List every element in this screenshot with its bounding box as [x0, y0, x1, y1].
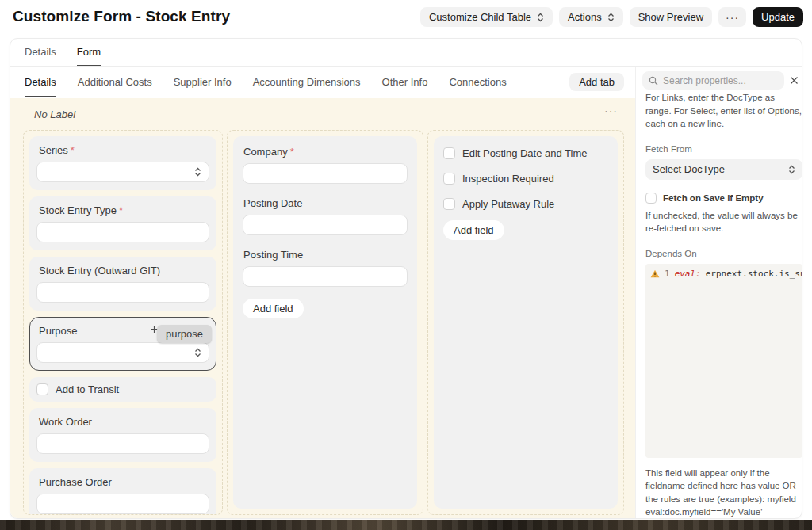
update-label: Update: [761, 11, 795, 23]
field-label: Stock Entry Type*: [36, 203, 209, 216]
field-work-order[interactable]: Work Order: [29, 408, 216, 462]
apply-putaway-rule-checkbox[interactable]: [443, 198, 455, 210]
edit-posting-date-time-checkbox[interactable]: [443, 147, 455, 159]
add-field-button[interactable]: Add field: [243, 299, 304, 318]
fetch-from-value: Select DocType: [653, 163, 725, 175]
field-label: Purchase Order: [36, 475, 209, 488]
field-apply-putaway-rule[interactable]: Apply Putaway Rule: [443, 198, 608, 210]
field-label: Apply Putaway Rule: [462, 198, 554, 210]
section-label: No Label: [34, 109, 75, 120]
field-inspection-required[interactable]: Inspection Required: [443, 173, 608, 185]
select-chevrons-icon: [607, 13, 615, 22]
purpose-select[interactable]: [36, 342, 209, 363]
code-keyword: eval:: [675, 269, 701, 279]
code-line-number: 1: [665, 269, 670, 279]
field-label: Add to Transit: [56, 383, 119, 395]
show-preview-label: Show Preview: [638, 11, 703, 23]
select-chevrons-icon: [194, 348, 201, 357]
update-button[interactable]: Update: [753, 7, 803, 27]
field-label: Series*: [36, 143, 209, 156]
field-edit-posting-date-time[interactable]: Edit Posting Date and Time: [443, 147, 608, 159]
options-help-text: For Links, enter the DocType as range. F…: [645, 91, 802, 131]
search-properties-box[interactable]: [642, 71, 784, 90]
section-more-button[interactable]: ···: [604, 105, 618, 117]
field-stock-entry-type[interactable]: Stock Entry Type*: [29, 196, 216, 250]
select-chevrons-icon: [788, 165, 795, 174]
properties-sidebar: For Links, enter the DocType as range. F…: [635, 67, 802, 518]
section-editor: No Label ··· Series* Stock Entry Type*: [10, 98, 635, 518]
select-chevrons-icon: [537, 13, 544, 22]
form-tab-bar: Details Additional Costs Supplier Info A…: [10, 67, 635, 97]
required-mark: *: [71, 144, 75, 156]
series-select[interactable]: [36, 162, 209, 182]
close-sidebar-icon[interactable]: [790, 76, 799, 85]
company-input[interactable]: [243, 163, 408, 184]
desktop-background-strip: [0, 520, 812, 530]
properties-panel: For Links, enter the DocType as range. F…: [645, 89, 802, 518]
required-mark: *: [119, 204, 123, 216]
header-actions: Customize Child Table Actions Show Previ…: [420, 7, 803, 27]
column-panel: Edit Posting Date and Time Inspection Re…: [434, 136, 618, 509]
fetch-from-label: Fetch From: [645, 144, 802, 154]
form-tab-details[interactable]: Details: [25, 67, 56, 97]
stock-entry-outward-git-input[interactable]: [36, 282, 209, 303]
form-tab-connections[interactable]: Connections: [449, 67, 506, 97]
field-series[interactable]: Series*: [29, 136, 216, 190]
field-label: Posting Time: [243, 247, 408, 261]
fetch-from-select[interactable]: Select DocType: [645, 159, 802, 180]
add-field-button[interactable]: Add field: [443, 220, 504, 240]
work-order-input[interactable]: [36, 433, 209, 454]
field-label: Stock Entry (Outward GIT): [36, 263, 209, 276]
ellipsis-icon: ···: [726, 11, 739, 24]
add-to-transit-checkbox[interactable]: [36, 383, 48, 395]
builder-column-2: Company* Posting Date Posting Time Add f…: [227, 130, 423, 515]
inspection-required-checkbox[interactable]: [443, 173, 455, 185]
form-builder-pane: Details Additional Costs Supplier Info A…: [10, 67, 635, 518]
add-tab-button[interactable]: Add tab: [569, 73, 624, 91]
tab-form[interactable]: Form: [77, 39, 101, 66]
depends-on-help-text: This field will appear only if the field…: [645, 467, 802, 519]
fetch-on-save-checkbox[interactable]: [645, 193, 657, 204]
customize-form-card: Details Form Details Additional Costs Su…: [10, 38, 802, 519]
warning-icon: [650, 269, 660, 278]
depends-on-code-editor[interactable]: 1 eval: erpnext.stock.is_subc: [645, 264, 802, 458]
fetch-on-save-label: Fetch on Save if Empty: [663, 193, 764, 203]
fieldname-badge: purpose: [157, 325, 212, 343]
more-options-button[interactable]: ···: [718, 7, 746, 27]
select-chevrons-icon: [194, 167, 201, 177]
field-stock-entry-outward-git[interactable]: Stock Entry (Outward GIT): [29, 257, 216, 311]
actions-button[interactable]: Actions: [559, 7, 623, 27]
customize-child-table-button[interactable]: Customize Child Table: [420, 7, 553, 27]
fetch-on-save-row[interactable]: Fetch on Save if Empty: [645, 193, 802, 204]
purchase-order-input[interactable]: [36, 494, 209, 514]
column-panel: Company* Posting Date Posting Time Add f…: [233, 136, 417, 509]
code-value: erpnext.stock.is_subc: [706, 269, 802, 279]
posting-time-input[interactable]: [243, 266, 408, 287]
doc-tabs: Details Form: [10, 39, 802, 67]
search-icon: [649, 76, 658, 86]
field-label: Inspection Required: [462, 173, 554, 185]
required-mark: *: [290, 146, 294, 158]
show-preview-button[interactable]: Show Preview: [630, 7, 712, 27]
form-tab-other-info[interactable]: Other Info: [382, 67, 428, 97]
field-label: Work Order: [36, 414, 209, 428]
form-tab-additional-costs[interactable]: Additional Costs: [78, 67, 152, 97]
depends-on-label: Depends On: [645, 249, 802, 258]
form-tab-accounting-dimensions[interactable]: Accounting Dimensions: [253, 67, 361, 97]
actions-label: Actions: [568, 11, 602, 23]
page-title: Customize Form - Stock Entry: [13, 8, 230, 25]
ellipsis-icon: ···: [604, 105, 618, 117]
form-tab-supplier-info[interactable]: Supplier Info: [174, 67, 232, 97]
search-properties-input[interactable]: [663, 75, 778, 86]
fetch-help-text: If unchecked, the value will always be r…: [645, 209, 802, 235]
posting-date-input[interactable]: [243, 215, 408, 235]
stock-entry-type-input[interactable]: [36, 222, 209, 242]
builder-column-1: Series* Stock Entry Type* Stock Entry (O…: [23, 130, 223, 515]
field-purchase-order[interactable]: Purchase Order: [29, 468, 216, 515]
field-label: Edit Posting Date and Time: [462, 147, 588, 159]
field-add-to-transit[interactable]: Add to Transit: [29, 377, 216, 402]
builder-column-3: Edit Posting Date and Time Inspection Re…: [427, 130, 624, 515]
tab-details[interactable]: Details: [25, 39, 56, 66]
customize-child-table-label: Customize Child Table: [429, 11, 531, 23]
field-label: Posting Date: [243, 196, 408, 209]
